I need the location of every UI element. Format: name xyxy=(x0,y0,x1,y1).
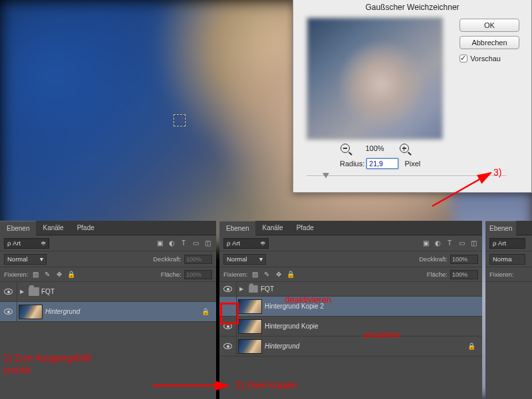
fill-value[interactable]: 100% xyxy=(450,270,478,279)
radius-label: Radius: xyxy=(340,160,364,168)
lock-transparent-icon[interactable]: ▨ xyxy=(31,271,40,279)
zoom-in-icon[interactable] xyxy=(400,144,409,153)
filter-smart-icon[interactable]: ◫ xyxy=(469,239,478,247)
layers-panel-3: Ebenen ρ Art Norma Fixieren: xyxy=(485,221,532,399)
lock-pixels-icon[interactable]: ✎ xyxy=(43,271,52,279)
layer-list: ▶ FQT Hintergrund 🔒 xyxy=(0,282,216,322)
layer-row[interactable]: Hintergrund Kopie 2 xyxy=(219,297,482,317)
layer-kind-filter[interactable]: ρ Art≑ xyxy=(4,238,49,249)
layer-name[interactable]: FQT xyxy=(261,285,274,293)
zoom-percent: 100% xyxy=(365,144,384,152)
visibility-icon[interactable] xyxy=(4,289,13,295)
lock-label: Fixieren: xyxy=(223,271,247,278)
layer-name[interactable]: FQT xyxy=(41,288,55,295)
filter-smart-icon[interactable]: ◫ xyxy=(203,239,212,247)
tab-paths[interactable]: Pfade xyxy=(290,221,321,235)
gaussian-blur-dialog: Gaußscher Weichzeichner 100% Radius: 21,… xyxy=(293,0,532,193)
layer-kind-filter[interactable]: ρ Art≑ xyxy=(223,238,269,249)
folder-icon xyxy=(29,287,39,296)
layer-kind-filter[interactable]: ρ Art xyxy=(489,238,525,249)
layer-row[interactable]: ▶ FQT xyxy=(0,282,216,302)
ok-button[interactable]: OK xyxy=(460,19,519,32)
visibility-icon[interactable] xyxy=(4,309,13,315)
tab-channels[interactable]: Kanäle xyxy=(255,221,289,235)
layers-panel-2: Ebenen Kanäle Pfade ρ Art≑ ▣ ◐ T ▭ ◫ Nor… xyxy=(219,221,482,399)
folder-icon xyxy=(249,285,258,293)
lock-indicator-icon: 🔒 xyxy=(467,342,475,350)
opacity-label: Deckkraft: xyxy=(153,255,182,263)
layer-row[interactable]: Hintergrund 🔒 xyxy=(219,336,482,356)
filter-adjust-icon[interactable]: ◐ xyxy=(433,239,442,247)
preview-checkbox-row: Vorschau xyxy=(460,55,501,63)
radius-row: Radius: 21,9 Pixel xyxy=(340,158,420,169)
radius-slider[interactable] xyxy=(307,172,506,181)
slider-thumb[interactable] xyxy=(323,173,329,178)
annotation-highlight-box xyxy=(220,303,239,325)
lock-all-icon[interactable]: 🔒 xyxy=(66,271,76,279)
tab-layers[interactable]: Ebenen xyxy=(0,221,36,235)
layer-name[interactable]: Hintergrund Kopie xyxy=(265,323,319,330)
lock-pixels-icon[interactable]: ✎ xyxy=(262,271,271,279)
lock-position-icon[interactable]: ✥ xyxy=(274,271,283,279)
lock-transparent-icon[interactable]: ▨ xyxy=(250,271,259,279)
layer-thumbnail xyxy=(19,305,43,319)
preview-checkbox-label: Vorschau xyxy=(470,55,501,63)
disclosure-icon[interactable]: ▶ xyxy=(237,286,246,292)
lock-position-icon[interactable]: ✥ xyxy=(55,271,64,279)
fill-value[interactable]: 100% xyxy=(184,270,212,279)
layer-name[interactable]: Hintergrund Kopie 2 xyxy=(265,303,324,310)
tab-layers[interactable]: Ebenen xyxy=(485,221,516,235)
opacity-value[interactable]: 100% xyxy=(450,255,478,264)
layer-name[interactable]: Hintergrund xyxy=(265,342,299,350)
fill-label: Fläche: xyxy=(427,271,448,278)
filter-shape-icon[interactable]: ▭ xyxy=(457,239,466,247)
preview-checkbox[interactable] xyxy=(460,55,467,63)
marquee-selection xyxy=(174,114,186,126)
radius-unit: Pixel xyxy=(404,160,420,168)
layer-list: ▶ FQT Hintergrund Kopie 2 Hintergrund Ko… xyxy=(219,282,482,356)
layer-thumbnail xyxy=(238,319,262,334)
layers-panel-1: Ebenen Kanäle Pfade ρ Art≑ ▣ ◐ T ▭ ◫ Nor… xyxy=(0,221,216,399)
dialog-preview[interactable] xyxy=(307,17,443,140)
lock-label: Fixieren: xyxy=(4,271,28,278)
layer-thumbnail xyxy=(238,339,262,354)
blend-mode-select[interactable]: Norma xyxy=(489,254,525,265)
filter-pixel-icon[interactable]: ▣ xyxy=(155,239,164,247)
disclosure-icon[interactable]: ▶ xyxy=(17,289,27,295)
blend-mode-select[interactable]: Normal▾ xyxy=(223,254,266,265)
visibility-icon[interactable] xyxy=(223,286,232,292)
blend-mode-select[interactable]: Normal▾ xyxy=(4,254,47,265)
cancel-button[interactable]: Abbrechen xyxy=(460,36,519,49)
tab-channels[interactable]: Kanäle xyxy=(36,221,70,235)
dialog-title: Gaußscher Weichzeichner xyxy=(293,3,531,12)
filter-adjust-icon[interactable]: ◐ xyxy=(167,239,176,247)
panel-tabs: Ebenen Kanäle Pfade xyxy=(0,221,216,235)
filter-shape-icon[interactable]: ▭ xyxy=(191,239,200,247)
radius-input[interactable]: 21,9 xyxy=(366,158,398,169)
layer-name[interactable]: Hintergrund xyxy=(45,308,80,315)
tab-layers[interactable]: Ebenen xyxy=(219,221,255,235)
filter-pixel-icon[interactable]: ▣ xyxy=(421,239,430,247)
filter-type-icon[interactable]: T xyxy=(179,239,188,247)
visibility-icon[interactable] xyxy=(223,343,232,349)
layer-thumbnail xyxy=(238,299,262,314)
layer-row[interactable]: Hintergrund Kopie xyxy=(219,317,482,336)
layer-row[interactable]: Hintergrund 🔒 xyxy=(0,302,216,322)
lock-all-icon[interactable]: 🔒 xyxy=(286,271,295,279)
layer-row[interactable]: ▶ FQT xyxy=(219,282,482,297)
zoom-controls: 100% xyxy=(307,144,443,153)
opacity-label: Deckkraft: xyxy=(419,255,448,263)
tab-paths[interactable]: Pfade xyxy=(70,221,101,235)
fill-label: Fläche: xyxy=(161,271,182,278)
zoom-out-icon[interactable] xyxy=(340,144,350,153)
lock-indicator-icon: 🔒 xyxy=(201,308,209,315)
panel-tabs: Ebenen Kanäle Pfade xyxy=(219,221,482,235)
filter-type-icon[interactable]: T xyxy=(445,239,454,247)
opacity-value[interactable]: 100% xyxy=(184,255,212,264)
